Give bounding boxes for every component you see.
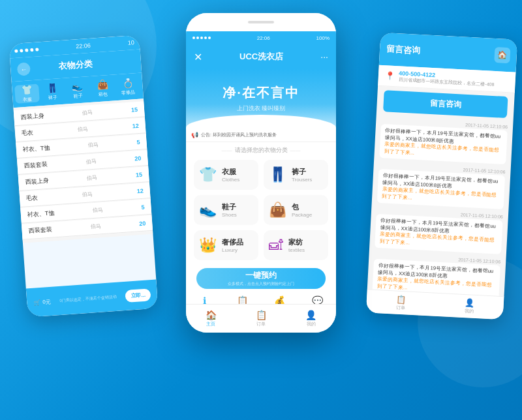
contact-info: 400-500-4122 四川省成都市一环路东五段院校，名业二楼-408 [398, 70, 509, 88]
order-button[interactable]: 立即... [125, 288, 151, 303]
category-luxury[interactable]: 👑 奢侈品 Luxury [194, 230, 258, 260]
item-num: 20 [134, 155, 142, 162]
dot-1 [14, 49, 18, 52]
package-text: 包 Package [292, 202, 312, 218]
luxury-icon: 👑 [199, 237, 217, 254]
orders-label: 订单 [396, 305, 406, 312]
item-count: 伯马 [93, 206, 104, 214]
msg-text: 你好很棒棒一下，本月19号至法家宾馆，都餐馆uu缘阿马，XX迪店100米8折优惠 [380, 217, 496, 233]
dot [200, 37, 203, 39]
form-button[interactable]: 留言咨询 [383, 90, 508, 118]
cat-tab-socks-label: 袜子 [48, 95, 57, 102]
cart-subtext: 0门类以选定，不满足个促销活动 [59, 293, 117, 303]
book-button[interactable]: 一键预约 众多模式，点击点入预约测验约定上门 [196, 268, 326, 289]
item-name: 衬衣、T恤 [27, 209, 54, 219]
notice-bar: 📢 公告: 坏到校园开诵风上预约洗衣服务 [186, 128, 336, 142]
item-count: 伯马 [82, 109, 93, 117]
profile-label: 我的 [464, 308, 474, 315]
nav-home-label: 主页 [206, 321, 215, 327]
dot [208, 37, 211, 39]
center-status-bar: 22:06 100% [186, 31, 336, 44]
item-count: 伯马 [88, 141, 99, 149]
left-bottom-bar: 🛒 0元 0门类以选定，不满足个促销活动 立即... [26, 280, 159, 318]
more-button[interactable]: ··· [320, 52, 328, 62]
msg-bubble: 你好很棒棒一下，本月19号至法家宾馆，都餐馆uu缘阿马，XX迪店100米8折优惠… [377, 169, 505, 209]
shoes-text: 鞋子 Shoes [222, 202, 237, 218]
section-title: 请选择您的衣物分类 [186, 142, 336, 157]
cat-tab-bags-label: 箱包 [99, 91, 108, 98]
cat-tab-clothes-label: 衣服 [23, 96, 33, 103]
item-count: 伯马 [90, 222, 101, 230]
category-shoes[interactable]: 👟 鞋子 Shoes [194, 195, 258, 225]
category-trousers[interactable]: 👖 裤子 Trousers [264, 160, 328, 190]
item-num: 15 [131, 106, 138, 113]
trousers-en: Trousers [292, 177, 312, 183]
textiles-en: textiles [288, 247, 305, 253]
clothes-cn: 衣服 [222, 167, 239, 177]
message-item: 2017-11-05 12:10:06 你好很棒棒一下，本月19号至法家宾馆，都… [377, 163, 506, 209]
category-textiles[interactable]: 🛋 家纺 textiles [264, 230, 328, 260]
close-button[interactable]: ✕ [194, 51, 202, 63]
dot [192, 37, 195, 39]
right-home-button[interactable]: 🏠 [494, 47, 510, 63]
nav-profile[interactable]: 👤 我的 [286, 305, 336, 333]
package-cn: 包 [292, 202, 312, 212]
profile-icon: 👤 [465, 298, 475, 308]
category-clothes[interactable]: 👕 衣服 Clothes [194, 160, 258, 190]
item-num: 12 [132, 122, 139, 129]
cat-tab-shoes[interactable]: 👟 鞋子 [65, 80, 90, 100]
signal-dots [14, 48, 38, 53]
dot-3 [25, 48, 28, 52]
trousers-cn: 裤子 [292, 167, 312, 177]
nav-orders[interactable]: 📋 订单 [236, 305, 286, 333]
item-num: 15 [136, 171, 143, 178]
hero-subtitle: 上门洗衣 臻叫臻别 [237, 104, 286, 113]
right-nav-profile[interactable]: 👤 我的 [435, 293, 504, 320]
left-nav-title: 衣物分类 [59, 59, 93, 73]
textiles-cn: 家纺 [288, 237, 305, 247]
package-icon: 👜 [269, 202, 286, 218]
back-button[interactable]: ← [17, 62, 31, 76]
cat-tab-clothes[interactable]: 👕 衣服 [14, 83, 40, 103]
cat-tab-bags[interactable]: 👜 箱包 [90, 78, 115, 98]
trousers-icon: 👖 [269, 166, 286, 183]
nav-profile-label: 我的 [307, 321, 316, 327]
dot-4 [30, 48, 33, 51]
messages-list: 2017-11-05 12:10:06 你好很棒棒一下，本月19号至法家宾馆，都… [367, 115, 514, 308]
item-name: 西装套装 [23, 160, 48, 170]
trousers-text: 裤子 Trousers [292, 167, 312, 183]
dot [196, 37, 199, 39]
item-num: 20 [139, 220, 146, 227]
msg-bubble: 你好很棒棒一下，本月19号至法家宾馆，都餐馆uu缘阿马，XX迪店100米8折优惠… [375, 214, 502, 254]
orders-icon: 📋 [396, 295, 407, 305]
dot-2 [20, 49, 23, 52]
package-en: Package [292, 212, 312, 218]
cat-tab-socks[interactable]: 👖 袜子 [40, 82, 65, 102]
item-name: 衬衣、T恤 [23, 144, 50, 155]
right-nav-orders[interactable]: 📋 订单 [366, 290, 436, 316]
location-icon: 📍 [385, 71, 395, 81]
luxury-cn: 奢侈品 [222, 237, 243, 247]
nav-home[interactable]: 🏠 主页 [186, 305, 236, 333]
cat-tab-accessories[interactable]: 💍 零修品 [115, 77, 141, 97]
right-phone: 留言咨询 🏠 📍 400-500-4122 四川省成都市一环路东五段院校，名业二… [366, 33, 517, 320]
clothes-icon: 👕 [21, 84, 33, 95]
orders-icon: 📋 [256, 310, 267, 320]
nav-orders-label: 订单 [256, 321, 266, 327]
shoes-en: Shoes [222, 212, 237, 218]
speaker [248, 21, 274, 23]
item-name: 毛衣 [26, 194, 38, 203]
notice-text: 公告: 坏到校园开诵风上预约洗衣服务 [201, 132, 277, 138]
book-text: 一键预约 [245, 270, 277, 281]
center-signal [192, 37, 211, 39]
center-battery: 100% [316, 35, 330, 41]
item-num: 12 [136, 187, 144, 194]
category-package[interactable]: 👜 包 Package [264, 195, 328, 225]
right-page-title: 留言咨询 [386, 43, 421, 57]
item-count: 伯马 [87, 174, 98, 182]
msg-text: 你好很棒棒一下，本月19号至法家宾馆，都餐馆uu缘阿马，XX迪店100米8折优惠 [385, 127, 500, 143]
textiles-text: 家纺 textiles [288, 237, 305, 253]
book-sub: 众多模式，点击点入预约测验约定上门 [228, 281, 294, 287]
clothes-icon: 👕 [199, 166, 217, 183]
message-item: 2017-11-05 12:10:06 你好很棒棒一下，本月19号至法家宾馆，都… [379, 118, 508, 164]
